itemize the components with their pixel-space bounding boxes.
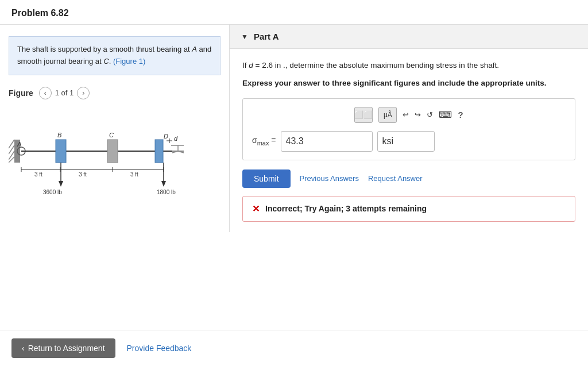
toolbar: ⬜⬜ μÅ ↩ ↪ ↺ ⌨ ? (252, 107, 566, 123)
part-content: If d = 2.6 in ., determine the absolute … (230, 49, 588, 232)
label-d: D (164, 133, 168, 140)
force-3600: 3600 lb (43, 189, 62, 195)
svg-marker-24 (59, 181, 63, 187)
label-a: A (17, 141, 21, 148)
grid-button[interactable]: ⬜⬜ (354, 107, 373, 123)
force-1800: 1800 lb (157, 189, 176, 195)
dim-bc: 3 ft (79, 171, 87, 178)
figure-svg: A B C D d (9, 105, 192, 197)
d-unit: in . (275, 61, 285, 70)
svg-marker-26 (161, 181, 166, 187)
right-panel: ▼ Part A If d = 2.6 in ., determine the … (230, 25, 588, 232)
problem-title: Problem 6.82 (11, 8, 69, 18)
problem-description: The shaft is supported by a smooth thrus… (9, 36, 220, 75)
grid-icon: ⬜⬜ (354, 110, 373, 119)
provide-feedback-link[interactable]: Provide Feedback (127, 344, 192, 353)
mu-button[interactable]: μÅ (378, 107, 397, 123)
help-button[interactable]: ? (458, 110, 463, 120)
undo-button[interactable]: ↩ (403, 110, 409, 119)
label-c: C (109, 132, 114, 138)
redo-button[interactable]: ↪ (415, 110, 421, 119)
svg-rect-6 (56, 140, 66, 163)
figure-label-row: Figure ‹ 1 of 1 › (9, 87, 220, 99)
problem-header: Problem 6.82 (0, 0, 588, 25)
figure-label: Figure (9, 88, 33, 98)
d-value: 2.6 (262, 61, 273, 70)
figure-section: Figure ‹ 1 of 1 › (9, 87, 220, 199)
units-input[interactable] (377, 131, 435, 152)
label-d-var: d (174, 135, 178, 142)
next-page-button[interactable]: › (77, 87, 90, 99)
previous-answers-link[interactable]: Previous Answers (300, 174, 359, 183)
request-answer-link[interactable]: Request Answer (368, 174, 423, 183)
submit-row: Submit Previous Answers Request Answer (242, 169, 575, 188)
description-text: The shaft is supported by a smooth thrus… (17, 45, 211, 66)
answer-box: ⬜⬜ μÅ ↩ ↪ ↺ ⌨ ? σmax = (242, 98, 575, 160)
bottom-bar: ‹ Return to Assignment Provide Feedback (0, 330, 588, 366)
error-message: Incorrect; Try Again; 3 attempts remaini… (265, 204, 427, 213)
part-header: ▼ Part A (230, 25, 588, 49)
prev-page-button[interactable]: ‹ (39, 87, 52, 99)
dim-cd: 3 ft (130, 171, 138, 178)
figure-image: A B C D d (9, 105, 220, 199)
error-icon: ✕ (252, 203, 260, 214)
pagination: ‹ 1 of 1 › (39, 87, 90, 99)
answer-row: σmax = (252, 131, 566, 152)
return-to-assignment-button[interactable]: ‹ Return to Assignment (11, 338, 115, 358)
submit-button[interactable]: Submit (242, 169, 291, 188)
mu-icon: μÅ (384, 111, 392, 119)
sigma-label: σmax = (252, 136, 276, 147)
instruction-text: Express your answer to three significant… (242, 78, 575, 89)
page-indicator: 1 of 1 (55, 88, 74, 97)
label-b: B (57, 132, 61, 138)
return-label: Return to Assignment (28, 344, 105, 353)
svg-rect-7 (107, 140, 118, 163)
keyboard-button[interactable]: ⌨ (439, 109, 452, 120)
svg-rect-8 (155, 140, 163, 163)
figure-link[interactable]: (Figure 1) (113, 57, 145, 66)
part-title: Part A (254, 32, 279, 41)
part-collapse-arrow[interactable]: ▼ (241, 33, 248, 41)
question-text: If d = 2.6 in ., determine the absolute … (242, 59, 575, 72)
return-chevron-icon: ‹ (22, 344, 25, 353)
answer-input[interactable] (281, 131, 373, 152)
dim-ab: 3 ft (34, 171, 42, 178)
left-panel: The shaft is supported by a smooth thrus… (0, 25, 230, 232)
error-box: ✕ Incorrect; Try Again; 3 attempts remai… (242, 196, 575, 222)
refresh-button[interactable]: ↺ (427, 110, 433, 119)
